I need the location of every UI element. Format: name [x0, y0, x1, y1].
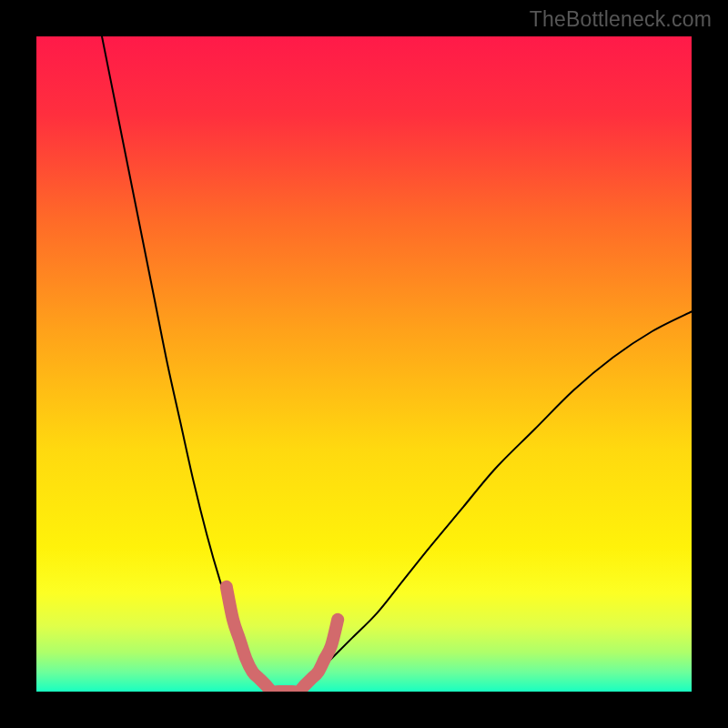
watermark-text: TheBottleneck.com [530, 7, 712, 32]
line-valley-highlight [227, 587, 338, 692]
line-left-arm [102, 36, 259, 672]
curve-layer [36, 36, 692, 692]
line-right-arm [318, 311, 692, 672]
chart-frame: TheBottleneck.com [0, 0, 728, 728]
plot-area [36, 36, 692, 692]
